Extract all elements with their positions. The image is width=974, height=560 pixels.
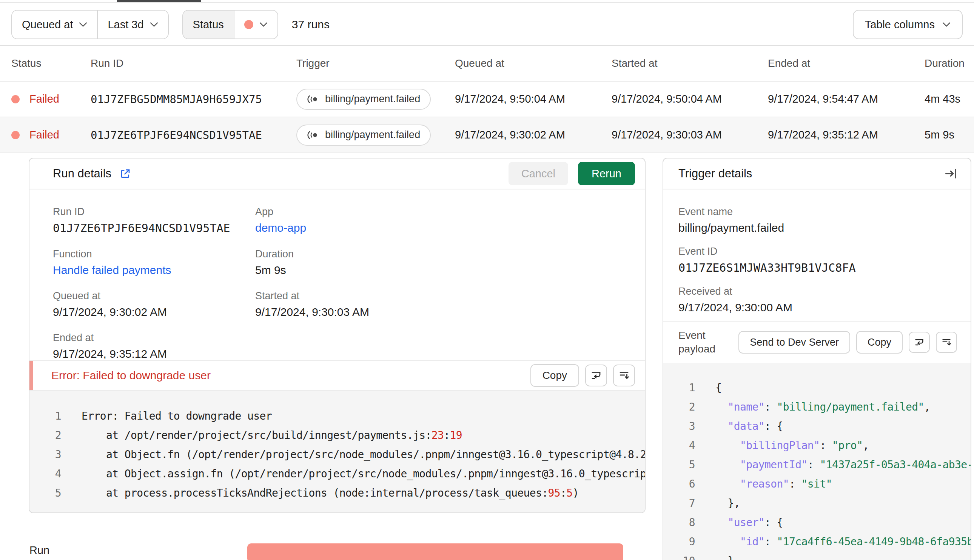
- runs-table-body: Failed01J7ZFBG5DMM85MJA9H659JX75billing/…: [0, 82, 974, 153]
- scroll-to-bottom-button[interactable]: [613, 365, 635, 387]
- error-message: Error: Failed to downgrade user: [51, 369, 211, 382]
- run-details-title: Run details: [53, 167, 112, 180]
- received-at-label: Received at: [679, 286, 956, 297]
- function-label: Function: [53, 248, 255, 260]
- rerun-button[interactable]: Rerun: [578, 162, 635, 185]
- app-link[interactable]: demo-app: [255, 222, 645, 234]
- failed-status-dot-icon: [244, 20, 254, 29]
- queued-at-label: Queued at: [53, 290, 255, 302]
- status-filter-label-segment: Status: [183, 10, 233, 38]
- status-label: Failed: [30, 129, 59, 141]
- trigger-pill[interactable]: billing/payment.failed: [296, 89, 431, 110]
- wrap-text-button[interactable]: [585, 365, 607, 387]
- duration-value: 5m 9s: [255, 264, 645, 277]
- column-header-duration: Duration: [924, 57, 974, 70]
- arrow-to-line-icon: [944, 167, 959, 181]
- time-range-filter-button[interactable]: Last 3d: [97, 10, 168, 38]
- code-line: 3 "data": {: [663, 417, 971, 436]
- trigger-event-name: billing/payment.failed: [325, 93, 420, 105]
- error-stack-trace: 1Error: Failed to downgrade user2 at /op…: [30, 390, 645, 512]
- external-link-icon[interactable]: [120, 168, 131, 179]
- event-name-value: billing/payment.failed: [679, 222, 956, 234]
- column-header-queued-at: Queued at: [455, 57, 612, 70]
- wrap-text-icon: [590, 370, 602, 381]
- cancel-button[interactable]: Cancel: [509, 162, 568, 185]
- function-link[interactable]: Handle failed payments: [53, 264, 255, 277]
- trace-run-label: Run: [30, 544, 50, 557]
- chevron-down-icon: [259, 22, 268, 27]
- status-cell: Failed: [11, 93, 91, 105]
- started-at-label: Started at: [255, 290, 645, 302]
- scroll-to-bottom-button[interactable]: [936, 332, 957, 353]
- ended-at-value: 9/17/2024, 9:35:12 AM: [53, 348, 255, 360]
- column-header-ended-at: Ended at: [768, 57, 924, 70]
- queued-at-value: 9/17/2024, 9:30:02 AM: [53, 306, 255, 318]
- trigger-details-panel: Trigger details Event name billing/payme…: [662, 158, 971, 560]
- received-at-field: Received at 9/17/2024, 9:30:00 AM: [679, 286, 956, 314]
- code-line: 6 "reason": "sit": [663, 474, 971, 493]
- trace-run-bar[interactable]: [247, 543, 623, 560]
- event-id-value: 01J7ZE6S1MJWA33HT9B1VJC8FA: [679, 261, 956, 274]
- ended-at-cell: 9/17/2024, 9:35:12 AM: [768, 129, 924, 141]
- queued-at-field: Queued at 9/17/2024, 9:30:02 AM: [53, 290, 255, 318]
- run-id-cell: 01J7ZFBG5DMM85MJA9H659JX75: [91, 93, 296, 106]
- status-cell: Failed: [11, 129, 91, 141]
- align-bottom-icon: [619, 370, 630, 381]
- status-filter-label: Status: [193, 18, 224, 31]
- run-id-label: Run ID: [53, 206, 255, 218]
- column-header-trigger: Trigger: [296, 57, 455, 70]
- run-id-cell: 01J7ZE6TPJF6E94NCSD1V95TAE: [91, 129, 296, 142]
- table-columns-button[interactable]: Table columns: [853, 10, 963, 39]
- copy-error-button[interactable]: Copy: [530, 364, 579, 387]
- trigger-event-name: billing/payment.failed: [325, 129, 420, 141]
- copy-payload-button[interactable]: Copy: [856, 331, 903, 353]
- event-name-label: Event name: [679, 206, 956, 218]
- chevron-down-icon: [79, 22, 87, 27]
- event-id-label: Event ID: [679, 246, 956, 257]
- code-line: 8 "user": {: [663, 513, 971, 532]
- started-at-cell: 9/17/2024, 9:30:03 AM: [612, 129, 768, 141]
- event-icon: [307, 95, 319, 103]
- trace-timeline-row: Run: [0, 542, 974, 560]
- table-row[interactable]: Failed01J7ZE6TPJF6E94NCSD1V95TAEbilling/…: [0, 117, 974, 153]
- send-to-dev-server-button[interactable]: Send to Dev Server: [739, 331, 850, 353]
- code-line: 4 "billingPlan": "pro",: [663, 436, 971, 455]
- wrap-text-icon: [914, 337, 924, 348]
- column-header-run-id: Run ID: [91, 57, 296, 70]
- code-line: 5 at process.processTicksAndRejections (…: [30, 483, 645, 503]
- trigger-cell: billing/payment.failed: [296, 89, 455, 110]
- ended-at-cell: 9/17/2024, 9:54:47 AM: [768, 93, 924, 105]
- time-range-label: Last 3d: [108, 18, 143, 31]
- table-header-row: Status Run ID Trigger Queued at Started …: [0, 46, 974, 82]
- started-at-value: 9/17/2024, 9:30:03 AM: [255, 306, 645, 318]
- duration-cell: 4m 43s: [924, 93, 974, 105]
- trigger-details-fields: Event name billing/payment.failed Event …: [663, 190, 971, 321]
- event-icon: [307, 131, 319, 139]
- time-filter-group: Queued at Last 3d: [11, 10, 169, 39]
- code-line: 2 "name": "billing/payment.failed",: [663, 397, 971, 417]
- runs-table: Status Run ID Trigger Queued at Started …: [0, 46, 974, 153]
- status-filter-value-button[interactable]: [233, 10, 277, 38]
- column-header-started-at: Started at: [612, 57, 768, 70]
- top-tab-strip: [0, 0, 974, 3]
- event-payload-code[interactable]: 1{2 "name": "billing/payment.failed",3 "…: [663, 363, 971, 560]
- queued-at-cell: 9/17/2024, 9:30:02 AM: [455, 129, 612, 141]
- code-line: 5 "paymentId": "1437a25f-05a3-404a-ab3e-…: [663, 455, 971, 474]
- queued-at-cell: 9/17/2024, 9:50:04 AM: [455, 93, 612, 105]
- started-at-field: Started at 9/17/2024, 9:30:03 AM: [255, 290, 645, 318]
- app-field: App demo-app: [255, 206, 645, 235]
- filters-toolbar: Queued at Last 3d Status 37 runs Table c…: [0, 4, 974, 46]
- collapse-panel-button[interactable]: [944, 167, 959, 181]
- code-line: 2 at /opt/render/project/src/build/innge…: [30, 426, 645, 445]
- trigger-details-header: Trigger details: [663, 158, 971, 190]
- table-row[interactable]: Failed01J7ZFBG5DMM85MJA9H659JX75billing/…: [0, 82, 974, 117]
- error-stripe: [30, 361, 33, 390]
- trigger-pill[interactable]: billing/payment.failed: [296, 125, 431, 146]
- queued-at-filter-button[interactable]: Queued at: [12, 10, 97, 38]
- trigger-cell: billing/payment.failed: [296, 125, 455, 146]
- table-columns-label: Table columns: [865, 18, 935, 31]
- code-line: 7 },: [663, 493, 971, 513]
- run-details-header: Run details Cancel Rerun: [30, 158, 645, 190]
- status-label: Failed: [30, 93, 59, 105]
- wrap-text-button[interactable]: [909, 332, 930, 353]
